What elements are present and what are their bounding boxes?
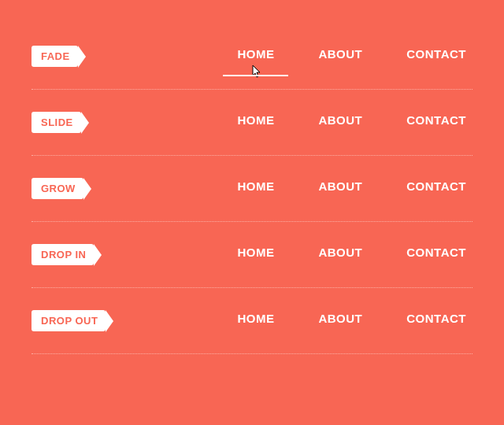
effect-row-grow: GROW HOME ABOUT CONTACT (32, 156, 472, 222)
nav-item-about[interactable]: ABOUT (318, 312, 362, 330)
nav-item-home[interactable]: HOME (237, 312, 274, 330)
nav-item-about[interactable]: ABOUT (318, 47, 362, 65)
effect-label: GROW (41, 183, 76, 194)
effect-row-drop-out: DROP OUT HOME ABOUT CONTACT (32, 288, 472, 354)
effect-tag: DROP OUT (32, 310, 106, 331)
nav-item-about[interactable]: ABOUT (318, 246, 362, 264)
nav-item-contact[interactable]: CONTACT (406, 47, 466, 65)
nav-links: HOME ABOUT CONTACT (94, 246, 472, 264)
nav-item-home[interactable]: HOME (237, 246, 274, 264)
nav-item-label: CONTACT (406, 47, 466, 61)
cursor-icon (250, 65, 262, 83)
nav-item-label: HOME (237, 113, 274, 127)
nav-item-label: ABOUT (318, 179, 362, 193)
nav-item-about[interactable]: ABOUT (318, 179, 362, 198)
nav-links: HOME ABOUT CONTACT (78, 47, 472, 65)
nav-item-home[interactable]: HOME (237, 47, 274, 65)
nav-item-label: CONTACT (406, 113, 466, 127)
effect-label: DROP OUT (41, 315, 98, 327)
nav-item-about[interactable]: ABOUT (318, 113, 362, 131)
nav-item-label: HOME (237, 179, 274, 193)
nav-item-label: HOME (237, 312, 274, 325)
effect-label: SLIDE (41, 116, 73, 128)
effect-tag: SLIDE (32, 112, 81, 133)
nav-item-label: HOME (237, 246, 274, 259)
nav-item-label: ABOUT (318, 312, 362, 325)
effect-row-drop-in: DROP IN HOME ABOUT CONTACT (32, 222, 472, 288)
nav-item-contact[interactable]: CONTACT (406, 113, 466, 131)
effect-tag: DROP IN (32, 244, 94, 265)
nav-links: HOME ABOUT CONTACT (81, 113, 472, 131)
effect-label: DROP IN (41, 249, 86, 261)
effect-tag: GROW (32, 178, 83, 199)
nav-item-contact[interactable]: CONTACT (406, 179, 466, 198)
nav-item-label: CONTACT (406, 246, 466, 259)
nav-item-label: CONTACT (406, 179, 466, 193)
effect-row-slide: SLIDE HOME ABOUT CONTACT (32, 90, 472, 156)
effect-tag: FADE (32, 46, 78, 67)
nav-item-contact[interactable]: CONTACT (406, 312, 466, 330)
nav-item-home[interactable]: HOME (237, 113, 274, 131)
effect-row-fade: FADE HOME ABOUT CONTACT (32, 24, 472, 90)
nav-item-label: CONTACT (406, 312, 466, 325)
nav-links: HOME ABOUT CONTACT (83, 179, 472, 198)
nav-item-label: ABOUT (318, 113, 362, 127)
nav-item-label: ABOUT (318, 47, 362, 61)
nav-item-contact[interactable]: CONTACT (406, 246, 466, 264)
nav-item-label: ABOUT (318, 246, 362, 259)
nav-item-label: HOME (237, 47, 274, 61)
effect-label: FADE (41, 50, 70, 62)
nav-item-home[interactable]: HOME (237, 179, 274, 198)
nav-links: HOME ABOUT CONTACT (106, 312, 472, 330)
